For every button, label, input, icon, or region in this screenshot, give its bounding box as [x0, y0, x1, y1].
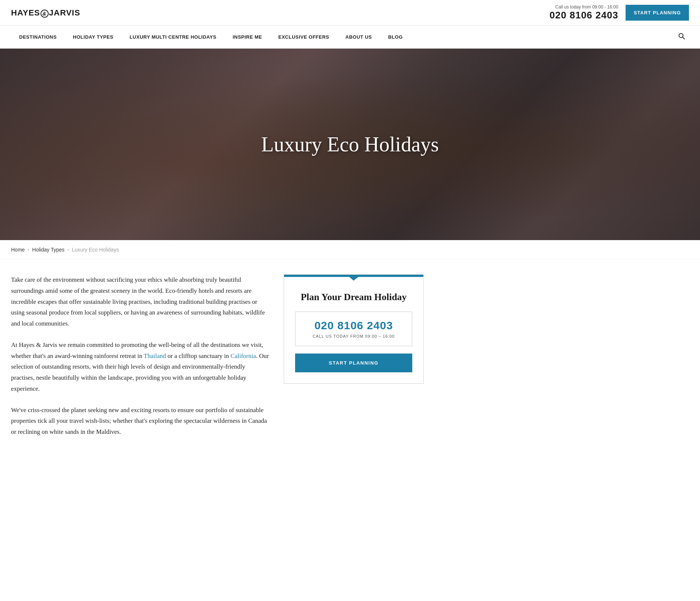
hero-title: Luxury Eco Holidays [261, 133, 439, 156]
plan-card: Plan Your Dream Holiday 020 8106 2403 CA… [284, 274, 424, 384]
nav-item-exclusive-offers[interactable]: EXCLUSIVE OFFERS [270, 28, 337, 46]
nav-item-inspire-me[interactable]: INSPIRE ME [224, 28, 270, 46]
site-logo[interactable]: HAYES&JARVIS [11, 8, 80, 18]
breadcrumb-home[interactable]: Home [11, 247, 25, 253]
nav-item-about-us[interactable]: ABOUT US [337, 28, 380, 46]
california-link[interactable]: California [231, 352, 256, 359]
plan-card-title: Plan Your Dream Holiday [295, 292, 412, 303]
search-icon[interactable] [674, 26, 689, 48]
header-phone: 020 8106 2403 [550, 10, 619, 21]
breadcrumb-separator-1: › [28, 247, 29, 252]
article-paragraph-3: We've criss-crossed the planet seeking n… [11, 405, 269, 437]
plan-card-hours: CALL US TODAY FROM 09:00 – 16:00 [303, 334, 405, 338]
nav-item-luxury-multi[interactable]: LUXURY MULTI CENTRE HOLIDAYS [122, 28, 225, 46]
plan-card-start-planning-button[interactable]: START PLANNING [295, 354, 412, 372]
thailand-link[interactable]: Thailand [144, 352, 166, 359]
plan-card-phone[interactable]: 020 8106 2403 [303, 319, 405, 332]
article-paragraph-2: At Hayes & Jarvis we remain committed to… [11, 340, 269, 394]
hero-section: Luxury Eco Holidays [0, 49, 700, 240]
header: HAYES&JARVIS Call us today from 09:00 - … [0, 0, 700, 49]
breadcrumb-separator-2: › [67, 247, 69, 252]
nav-item-destinations[interactable]: DESTINATIONS [11, 28, 65, 46]
header-right: Call us today from 09:00 - 16:00 020 810… [550, 4, 689, 21]
breadcrumb-holiday-types[interactable]: Holiday Types [32, 247, 64, 253]
article: Take care of the environment without sac… [11, 274, 269, 448]
nav-item-holiday-types[interactable]: HOLIDAY TYPES [65, 28, 122, 46]
nav-item-blog[interactable]: BLOG [380, 28, 411, 46]
article-p2-mid: or a clifftop sanctuary in [166, 352, 231, 359]
breadcrumb: Home › Holiday Types › Luxury Eco Holida… [11, 247, 689, 253]
plan-card-body: Plan Your Dream Holiday 020 8106 2403 CA… [284, 277, 423, 383]
article-paragraph-1: Take care of the environment without sac… [11, 274, 269, 329]
main-nav: DESTINATIONS HOLIDAY TYPES LUXURY MULTI … [0, 26, 700, 49]
call-info: Call us today from 09:00 - 16:00 020 810… [550, 4, 619, 21]
main-content: Take care of the environment without sac… [0, 260, 442, 463]
logo-icon: & [41, 10, 49, 18]
plan-card-phone-box: 020 8106 2403 CALL US TODAY FROM 09:00 –… [295, 312, 412, 346]
plan-card-accent [284, 275, 423, 277]
breadcrumb-current: Luxury Eco Holidays [72, 247, 119, 253]
sidebar: Plan Your Dream Holiday 020 8106 2403 CA… [284, 274, 424, 448]
svg-line-1 [683, 37, 685, 39]
call-label: Call us today from 09:00 - 16:00 [550, 4, 619, 10]
header-start-planning-button[interactable]: START PLANNING [626, 5, 689, 21]
breadcrumb-section: Home › Holiday Types › Luxury Eco Holida… [0, 240, 700, 260]
